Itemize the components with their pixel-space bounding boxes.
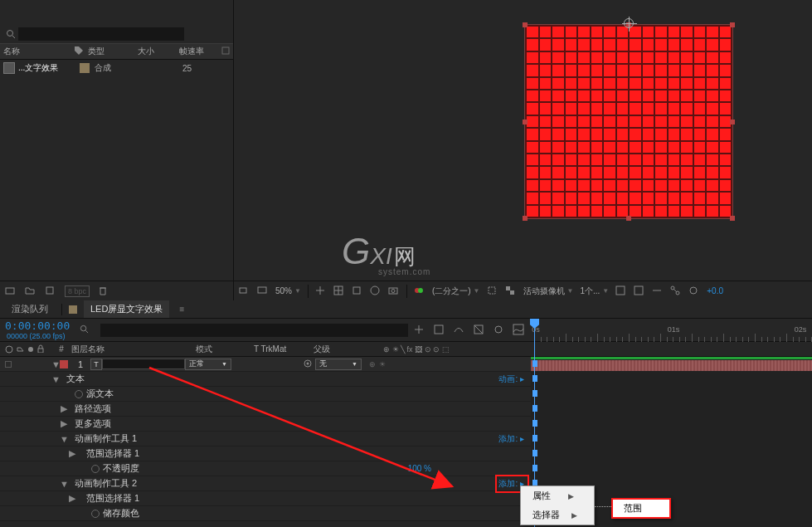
flowchart-icon[interactable] bbox=[670, 285, 682, 297]
time-icon[interactable] bbox=[370, 285, 382, 297]
channel-icon[interactable] bbox=[414, 285, 425, 297]
prop-range-selector-2[interactable]: ▶ 范围选择器 1 bbox=[0, 491, 531, 506]
folder-icon[interactable] bbox=[25, 285, 36, 297]
screen-icon[interactable] bbox=[257, 285, 269, 297]
prop-opacity[interactable]: 不透明度 100 % bbox=[0, 461, 531, 476]
prop-animator-1[interactable]: ▼ 动画制作工具 1 添加: ▸ bbox=[0, 432, 531, 446]
reset-exp-icon[interactable] bbox=[688, 285, 700, 297]
handle-bc[interactable] bbox=[626, 216, 631, 221]
anchor-point[interactable] bbox=[624, 18, 634, 28]
settings-icon[interactable] bbox=[221, 46, 230, 56]
stopwatch-icon[interactable] bbox=[75, 390, 83, 398]
col-size[interactable]: 大小 bbox=[138, 46, 179, 57]
prop-path-options[interactable]: ▶ 路径选项 bbox=[0, 402, 531, 417]
prop-more-options[interactable]: ▶ 更多选项 bbox=[0, 417, 531, 432]
twirl-icon[interactable]: ▶ bbox=[68, 448, 76, 459]
handle-bl[interactable] bbox=[523, 216, 528, 221]
col-trkmat[interactable]: T TrkMat bbox=[254, 344, 314, 354]
twirl-icon[interactable]: ▼ bbox=[51, 374, 60, 384]
context-submenu[interactable]: 范围 bbox=[611, 498, 671, 519]
resolution-dropdown[interactable]: (二分之一)▼ bbox=[432, 285, 480, 297]
menu-item-range[interactable]: 范围 bbox=[612, 499, 670, 518]
timeline-icon[interactable] bbox=[652, 285, 664, 297]
add-menu-icon[interactable]: ▸ bbox=[520, 374, 524, 383]
col-parent[interactable]: 父级 bbox=[314, 344, 380, 355]
work-area-bar[interactable] bbox=[531, 357, 812, 359]
motion-blur-icon[interactable] bbox=[493, 324, 506, 337]
prop-text[interactable]: ▼ 文本 动画: ▸ bbox=[0, 372, 531, 387]
graph-editor-icon[interactable] bbox=[513, 324, 526, 337]
layer-bar[interactable] bbox=[531, 360, 812, 371]
layer-row-1[interactable]: ▼ 1 T 正常▼ 无▼ ⊕☀ bbox=[0, 357, 531, 372]
prop-save-color[interactable]: 储存颜色 bbox=[0, 506, 531, 521]
layer-switches[interactable]: ⊕☀ bbox=[369, 360, 531, 368]
roi-icon[interactable] bbox=[487, 285, 498, 297]
res-icon[interactable] bbox=[315, 285, 327, 297]
layer-name-field[interactable] bbox=[102, 359, 185, 369]
handle-tl[interactable] bbox=[523, 22, 528, 27]
blend-mode-dropdown[interactable]: 正常▼ bbox=[185, 359, 231, 370]
tab-comp[interactable]: LED屏显文字效果 bbox=[84, 300, 169, 318]
label-color[interactable] bbox=[80, 63, 90, 73]
search-icon bbox=[5, 28, 17, 40]
twirl-icon[interactable]: ▶ bbox=[68, 493, 76, 504]
hide-shy-icon[interactable] bbox=[453, 324, 466, 337]
interpret-icon[interactable] bbox=[5, 285, 17, 297]
time-ruler[interactable]: 0s 01s 02s bbox=[531, 319, 812, 342]
zoom-dropdown[interactable]: 50%▼ bbox=[275, 286, 301, 295]
prop-source-text[interactable]: 源文本 bbox=[0, 387, 531, 402]
opacity-value[interactable]: 100 % bbox=[408, 464, 431, 473]
pickwhip-icon[interactable] bbox=[303, 359, 313, 370]
views-dropdown[interactable]: 1个...▼ bbox=[580, 285, 609, 297]
draft3d-icon[interactable] bbox=[433, 324, 446, 337]
camera-dropdown[interactable]: 活动摄像机▼ bbox=[523, 285, 574, 297]
col-fps[interactable]: 帧速率 bbox=[179, 46, 221, 57]
tab-render-queue[interactable]: 渲染队列 bbox=[5, 300, 55, 318]
add-menu-icon[interactable]: ▸ bbox=[520, 434, 524, 443]
transparency-icon[interactable] bbox=[505, 285, 517, 297]
snapshot-icon[interactable] bbox=[388, 285, 400, 297]
twirl-icon[interactable]: ▼ bbox=[60, 479, 68, 489]
project-item-row[interactable]: ...文字效果 合成 25 bbox=[0, 60, 233, 76]
col-layer-name[interactable]: 图层名称 bbox=[71, 344, 196, 355]
exposure-value[interactable]: +0.0 bbox=[707, 286, 723, 295]
parent-dropdown[interactable]: 无▼ bbox=[315, 359, 362, 370]
frame-blend-icon[interactable] bbox=[473, 324, 486, 337]
stopwatch-icon[interactable] bbox=[91, 510, 100, 518]
pixel-aspect-icon[interactable] bbox=[615, 285, 627, 297]
handle-tr[interactable] bbox=[730, 22, 735, 27]
prop-animator-2[interactable]: ▼ 动画制作工具 2 添加: ▸ bbox=[0, 476, 531, 491]
twirl-icon[interactable]: ▼ bbox=[60, 434, 68, 444]
grid-icon[interactable] bbox=[333, 285, 345, 297]
context-menu[interactable]: 属性▶ 选择器▶ bbox=[520, 486, 595, 525]
mask-icon[interactable] bbox=[352, 285, 363, 297]
twirl-icon[interactable]: ▶ bbox=[60, 403, 68, 414]
comp-layer-selection[interactable] bbox=[525, 25, 732, 218]
menu-item-property[interactable]: 属性▶ bbox=[521, 486, 594, 505]
fast-preview-icon[interactable] bbox=[634, 285, 645, 297]
handle-br[interactable] bbox=[730, 216, 735, 221]
twirl-icon[interactable]: ▶ bbox=[60, 418, 68, 429]
timecode[interactable]: 0:00:00:00 bbox=[5, 320, 70, 332]
handle-ml[interactable] bbox=[523, 120, 528, 124]
col-name[interactable]: 名称 bbox=[3, 46, 75, 57]
tab-menu-icon[interactable]: ≡ bbox=[179, 305, 184, 314]
project-search-input[interactable] bbox=[18, 27, 184, 41]
col-mode[interactable]: 模式 bbox=[196, 344, 254, 355]
magnify-icon[interactable] bbox=[239, 285, 250, 297]
col-type[interactable]: 类型 bbox=[88, 46, 138, 57]
timeline-search-input[interactable] bbox=[100, 324, 408, 337]
layer-color[interactable] bbox=[60, 360, 68, 368]
handle-mr[interactable] bbox=[730, 120, 735, 124]
new-comp-icon[interactable] bbox=[45, 285, 56, 297]
twirl-icon[interactable]: ▼ bbox=[51, 359, 60, 369]
comp-mini-flowchart-icon[interactable] bbox=[413, 324, 426, 337]
menu-item-selector[interactable]: 选择器▶ bbox=[521, 505, 594, 525]
bpc-button[interactable]: 8 bpc bbox=[65, 285, 90, 297]
animate-link[interactable]: 动画: ▸ bbox=[498, 373, 524, 385]
prop-range-selector-1[interactable]: ▶ 范围选择器 1 bbox=[0, 446, 531, 461]
video-toggle[interactable] bbox=[5, 361, 12, 368]
add-link[interactable]: 添加: ▸ bbox=[498, 433, 524, 445]
trash-icon[interactable] bbox=[98, 285, 109, 297]
stopwatch-icon[interactable] bbox=[91, 465, 100, 473]
